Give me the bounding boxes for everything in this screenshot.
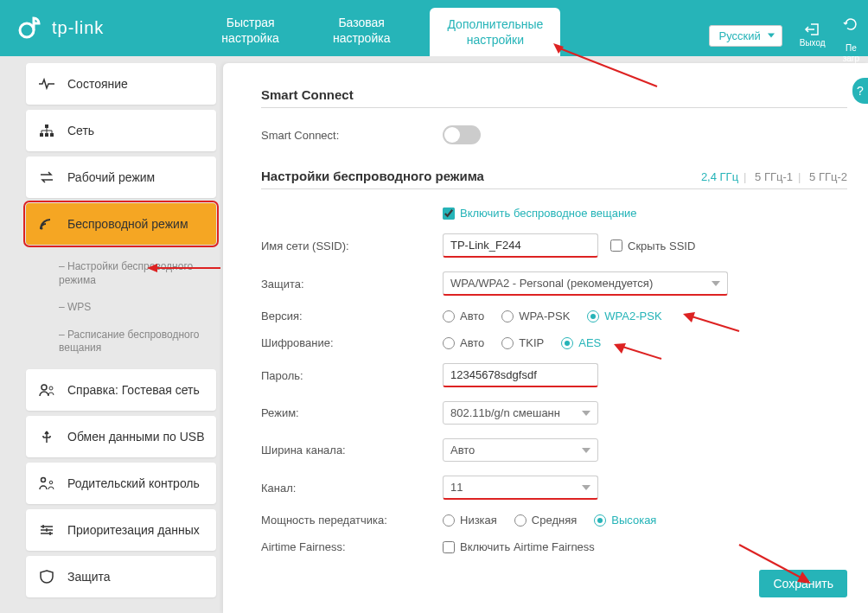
sidebar: Состояние Сеть Рабочий режим Беспроводно… [0,56,223,613]
atf-checkbox[interactable]: Включить Airtime Fairness [443,540,595,553]
guest-icon [36,381,57,399]
svg-rect-3 [45,133,48,137]
security-label: Защита: [261,278,443,291]
logo: tp-link [17,15,104,42]
svg-point-6 [41,385,47,390]
sidebar-item-opmode[interactable]: Рабочий режим [26,156,216,198]
logo-icon [17,15,45,42]
sidebar-item-parental[interactable]: Родительский контроль [26,463,216,504]
reboot-button[interactable]: Пе загр [843,7,859,64]
sidebar-label: Справка: Гостевая сеть [67,383,206,398]
version-wpa[interactable]: WPA-PSK [501,310,570,322]
svg-point-5 [41,227,43,230]
header-right: Русский Выход Пе загр [700,0,868,71]
sidebar-label: Беспроводной режим [67,217,206,232]
tab-advanced[interactable]: Дополнительные настройки [430,8,560,56]
password-label: Пароль: [261,369,443,382]
password-input[interactable] [443,363,598,387]
main-tabs: Быстрая настройка Базовая настройка Допо… [207,0,560,56]
submenu-wps[interactable]: WPS [48,294,216,322]
width-select[interactable]: Авто [443,438,598,462]
smart-connect-toggle[interactable] [443,125,481,144]
reboot-label: Пе загр [843,43,859,63]
sidebar-label: Родительский контроль [67,476,206,491]
content-panel: Smart Connect Smart Connect: Настройки б… [223,63,868,613]
mode-select[interactable]: 802.11b/g/n смешанн [443,401,598,425]
svg-point-9 [49,481,53,484]
mode-label: Режим: [261,406,443,419]
svg-point-0 [20,23,34,37]
sidebar-item-network[interactable]: Сеть [26,110,216,151]
sidebar-item-security[interactable]: Защита [26,556,216,597]
brand-text: tp-link [52,18,104,38]
version-wpa2[interactable]: WPA2-PSK [587,310,661,322]
atf-label: Airtime Fairness: [261,540,443,553]
version-auto[interactable]: Авто [443,310,484,322]
hide-ssid-checkbox[interactable]: Скрыть SSID [610,239,695,252]
svg-point-7 [49,386,53,390]
tab-quick-setup[interactable]: Быстрая настройка [207,8,293,56]
version-label: Версия: [261,310,443,322]
sidebar-label: Сеть [67,124,206,138]
power-label: Мощность передатчика: [261,514,443,527]
sidebar-label: Приоритезация данных [67,523,206,538]
submenu-wireless-settings[interactable]: Настройки беспроводного режима [48,253,216,294]
sidebar-item-wireless[interactable]: Беспроводной режим [26,203,216,245]
parental-icon [36,475,57,492]
ssid-input[interactable] [443,233,598,258]
channel-select[interactable]: 11 [443,476,598,500]
band-5-2[interactable]: 5 ГГц-2 [809,170,847,183]
wifi-icon [36,215,57,233]
swap-icon [36,169,57,186]
sidebar-label: Обмен данными по USB [67,430,206,444]
logout-label: Выход [800,38,826,48]
power-high[interactable]: Высокая [594,514,656,527]
sidebar-item-qos[interactable]: Приоритезация данных [26,509,216,551]
band-tabs: 2,4 ГГц| 5 ГГц-1| 5 ГГц-2 [701,170,847,183]
hide-ssid-label: Скрыть SSID [628,239,695,252]
power-low[interactable]: Низкая [443,514,497,527]
priority-icon [36,521,57,539]
channel-label: Канал: [261,482,443,495]
ssid-label: Имя сети (SSID): [261,239,443,252]
security-select[interactable]: WPA/WPA2 - Personal (рекомендуется) [443,271,728,296]
submenu-schedule[interactable]: Расписание беспроводного вещания [48,322,216,362]
usb-icon [36,428,57,445]
svg-rect-4 [50,133,54,137]
enable-wireless-checkbox[interactable]: Включить беспроводное вещание [443,207,637,220]
power-medium[interactable]: Средняя [514,514,577,527]
svg-point-8 [41,477,46,482]
sidebar-item-guest[interactable]: Справка: Гостевая сеть [26,369,216,411]
header: tp-link Быстрая настройка Базовая настро… [0,0,868,56]
enc-aes[interactable]: AES [561,336,601,349]
sidebar-label: Защита [67,570,206,584]
sidebar-item-status[interactable]: Состояние [26,63,216,105]
tab-basic[interactable]: Базовая настройка [319,8,405,56]
smart-connect-label: Smart Connect: [261,129,443,142]
save-button[interactable]: Сохранить [759,570,847,597]
smart-connect-title: Smart Connect [261,87,847,102]
band-5-1[interactable]: 5 ГГц-1 [755,170,793,183]
security-value: WPA/WPA2 - Personal (рекомендуется) [450,277,653,290]
width-label: Ширина канала: [261,444,443,457]
pulse-icon [36,75,57,93]
encryption-label: Шифрование: [261,336,443,349]
shield-icon [36,568,57,585]
network-icon [36,122,57,139]
enc-auto[interactable]: Авто [443,336,484,349]
sidebar-item-usb[interactable]: Обмен данными по USB [26,416,216,457]
language-select[interactable]: Русский [709,25,782,47]
wireless-submenu: Настройки беспроводного режима WPS Распи… [26,250,216,369]
logout-button[interactable]: Выход [800,22,826,48]
svg-rect-1 [45,125,48,128]
band-24[interactable]: 2,4 ГГц [701,170,738,183]
enable-wireless-label: Включить беспроводное вещание [460,207,637,220]
sidebar-label: Состояние [67,77,206,92]
svg-rect-2 [40,133,43,137]
wireless-settings-title: Настройки беспроводного режима [261,169,484,183]
sidebar-label: Рабочий режим [67,170,206,185]
enc-tkip[interactable]: TKIP [501,336,544,349]
